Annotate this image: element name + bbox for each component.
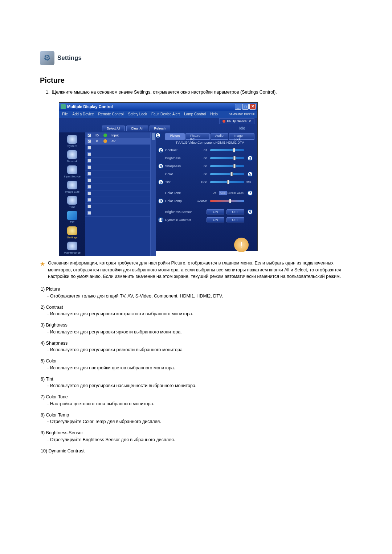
settings-panel: 1 Picture Picture PC Audio Image Lock TV… xyxy=(156,132,257,256)
row-checkbox[interactable] xyxy=(87,152,91,156)
warning-icon: ! xyxy=(234,238,249,252)
bs-label: Brightness Sensor xyxy=(165,210,207,214)
sharpness-slider[interactable] xyxy=(210,165,244,167)
callout-6: 6 xyxy=(158,179,164,185)
tab-audio[interactable]: Audio xyxy=(211,133,228,140)
titlebar: Multiple Display Control _ □ ✕ xyxy=(59,103,257,111)
sidebar-image-size[interactable]: Image Size xyxy=(60,180,85,195)
colortemp-label: Color Temp xyxy=(165,199,195,203)
menu-file[interactable]: File xyxy=(62,112,68,116)
select-all-button[interactable]: Select All xyxy=(102,126,125,131)
sidebar-time[interactable]: Time xyxy=(60,195,85,210)
tab-picture-pc[interactable]: Picture PC xyxy=(185,133,210,140)
definition-item: 7) Color Tone- Настройка цветового тона … xyxy=(41,394,352,407)
info-note: ★ Основная информация, которая требуется… xyxy=(40,260,352,280)
clear-all-button[interactable]: Clear All xyxy=(126,126,148,131)
col-id: ID xyxy=(93,132,101,138)
sidebar-pip[interactable]: PIP xyxy=(60,210,85,225)
row-status-icon xyxy=(103,139,107,143)
menu-fault[interactable]: Fault Device Alert xyxy=(151,112,180,116)
row-checkbox[interactable] xyxy=(87,165,91,169)
source-line: TV,AV,S-Video,Component,HDMI1,HDMI2,DTV xyxy=(165,140,254,146)
col-status-icon xyxy=(103,134,107,137)
row-checkbox[interactable] xyxy=(87,211,91,215)
row-checkbox[interactable] xyxy=(87,139,91,143)
row-checkbox[interactable] xyxy=(87,198,91,202)
dc-off-button[interactable]: OFF xyxy=(226,217,244,222)
menu-remote[interactable]: Remote Control xyxy=(98,112,124,116)
note-text: Основная информация, которая требуется д… xyxy=(48,260,352,280)
row-checkbox[interactable] xyxy=(87,205,91,208)
menu-safety[interactable]: Safety Lock xyxy=(128,112,147,116)
tint-label: Tint xyxy=(165,180,195,184)
time-icon xyxy=(67,196,77,205)
menu-add-device[interactable]: Add a Device xyxy=(72,112,94,116)
grid-row[interactable]: 0 AV xyxy=(85,138,150,145)
tint-slider[interactable] xyxy=(210,181,244,183)
maintenance-icon xyxy=(67,242,77,250)
definition-item: 10) Dynamic Contrast xyxy=(41,448,352,455)
dc-on-button[interactable]: ON xyxy=(207,217,224,222)
menu-lamp[interactable]: Lamp Control xyxy=(184,112,206,116)
definition-list: 1) Picture- Отображается только для опци… xyxy=(41,286,352,454)
row-input: AV xyxy=(109,138,150,144)
row-checkbox[interactable] xyxy=(87,159,91,163)
sharpness-value: 68 xyxy=(195,164,210,168)
star-icon: ★ xyxy=(40,260,45,280)
brightness-value: 68 xyxy=(195,156,210,160)
row-checkbox[interactable] xyxy=(87,146,91,149)
bs-on-button[interactable]: ON xyxy=(207,209,224,214)
definition-item: 5) Color- Используется для настройки цве… xyxy=(41,358,352,372)
sidebar-network[interactable]: Network xyxy=(60,149,85,164)
sidebar-settings[interactable]: Settings xyxy=(60,225,85,241)
toolbar: Select All Clear All Refresh Idle xyxy=(59,124,257,132)
color-label: Color xyxy=(165,172,195,176)
contrast-value: 67 xyxy=(195,148,210,152)
header-title: Settings xyxy=(57,54,82,62)
callout-9: 9 xyxy=(247,209,253,215)
close-button[interactable]: ✕ xyxy=(249,104,256,110)
minimize-button[interactable]: _ xyxy=(235,104,241,110)
contrast-slider[interactable] xyxy=(210,149,244,151)
sidebar-system[interactable]: System xyxy=(60,134,85,149)
device-grid: ID Input 0 AV xyxy=(85,132,151,256)
sidebar-maintenance[interactable]: Maintenance xyxy=(60,241,85,256)
sharpness-label: Sharpness xyxy=(165,164,195,168)
row-checkbox[interactable] xyxy=(87,172,91,176)
status-label: Idle xyxy=(239,126,245,130)
callout-3: 3 xyxy=(247,155,253,161)
maximize-button[interactable]: □ xyxy=(242,104,249,110)
colortone-scale[interactable]: OffCoolNormalWarm xyxy=(210,191,244,195)
fault-dot-icon xyxy=(222,120,225,123)
definition-item: 2) Contrast- Используется для регулировк… xyxy=(41,304,352,318)
section-title: Picture xyxy=(40,76,352,85)
bs-off-button[interactable]: OFF xyxy=(226,209,244,214)
tab-picture[interactable]: Picture xyxy=(165,133,185,140)
input-source-icon xyxy=(67,165,77,174)
definition-item: 9) Brightness Sensor- Отрегулируйте Brig… xyxy=(41,430,352,443)
tab-image-lock[interactable]: Image Lock xyxy=(229,133,254,140)
colortemp-slider[interactable] xyxy=(210,200,244,202)
header-checkbox[interactable] xyxy=(87,134,91,137)
row-checkbox[interactable] xyxy=(87,178,91,182)
sidebar-input-source[interactable]: Input Source xyxy=(60,164,85,180)
image-size-icon xyxy=(67,181,77,189)
color-slider[interactable] xyxy=(210,173,244,175)
callout-8: 8 xyxy=(158,198,164,204)
colortemp-value: 10000K xyxy=(195,199,210,202)
brand-label: SAMSUNG DIGITall xyxy=(229,112,254,116)
network-icon xyxy=(67,150,77,159)
menu-help[interactable]: Help xyxy=(210,112,218,116)
fault-badge: Faulty Device : 0 xyxy=(219,118,254,124)
row-checkbox[interactable] xyxy=(87,192,91,195)
brightness-slider[interactable] xyxy=(210,157,244,159)
callout-2: 2 xyxy=(158,147,164,153)
intro-item: 1. Щелкните мышью на основном значке Set… xyxy=(46,89,352,96)
settings-sb-icon xyxy=(67,226,77,235)
callout-5: 5 xyxy=(247,171,253,177)
row-id: 0 xyxy=(93,138,101,144)
refresh-button[interactable]: Refresh xyxy=(150,126,171,131)
app-screenshot: Multiple Display Control _ □ ✕ File Add … xyxy=(59,102,258,251)
row-checkbox[interactable] xyxy=(87,185,91,189)
grid-scrollbar[interactable] xyxy=(151,132,156,256)
